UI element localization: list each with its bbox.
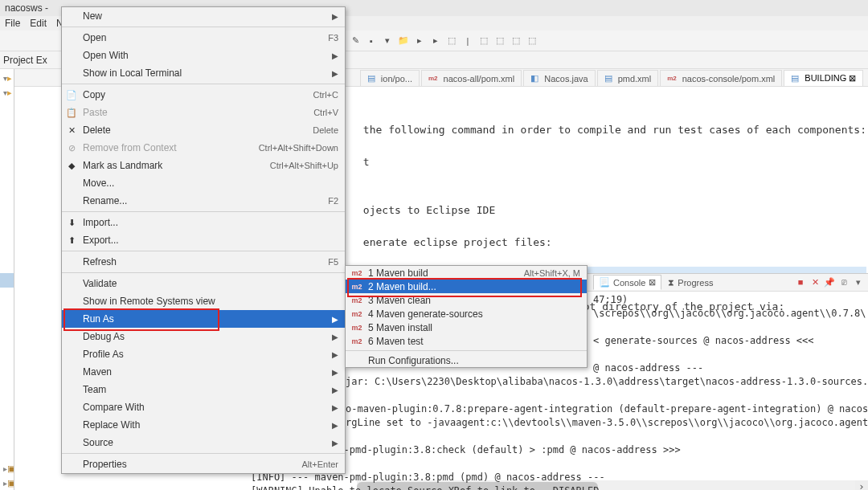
menu-label: Show in Local Terminal: [83, 67, 338, 79]
tree-item-pom.xml[interactable]: ▤pom.xml: [0, 418, 14, 432]
tree-item-nacos-api[interactable]: ▸▣nacos-api: [0, 461, 14, 476]
tree-item-api[interactable]: ▸▸api: [0, 114, 14, 129]
menu-item-profile-as[interactable]: Profile As▶: [62, 345, 345, 363]
menu-item-rename-[interactable]: Rename...F2: [62, 192, 345, 210]
submenu-item-1-maven-build[interactable]: m21 Maven buildAlt+Shift+X, M: [346, 266, 587, 280]
submenu-arrow-icon: ▶: [332, 51, 338, 60]
clear-icon[interactable]: ⎚: [837, 276, 850, 288]
menu-item-source[interactable]: Source▶: [62, 434, 345, 451]
submenu-item-6-maven-test[interactable]: m26 Maven test: [346, 334, 587, 348]
toolbar-icon[interactable]: |: [461, 35, 474, 47]
menu-item-new[interactable]: New▶: [62, 7, 345, 25]
menu-item-show-in-local-terminal[interactable]: Show in Local Terminal▶: [62, 64, 345, 82]
menu-icon: ✕: [65, 124, 78, 137]
tree-item-comr[interactable]: ▸▸comr: [0, 157, 14, 172]
editor-line: [363, 186, 866, 202]
tree-item-BUILI[interactable]: ▤BUILI: [0, 331, 14, 345]
tree-item-CON[interactable]: ▤CON: [0, 374, 14, 389]
toolbar-icon[interactable]: ⬚: [510, 35, 522, 47]
menu-item-run-as[interactable]: Run As▶: [62, 310, 345, 328]
toolbar-icon[interactable]: ⬚: [493, 35, 506, 47]
menu-item-move-[interactable]: Move...: [62, 174, 345, 192]
tree-item-confi[interactable]: ▸▸confi: [0, 172, 14, 186]
tree-item-CHA[interactable]: ▤CHA: [0, 345, 14, 360]
toolbar-icon[interactable]: ▪: [365, 35, 378, 47]
menu-item-mark-as-landmark[interactable]: ◆Mark as LandmarkCtrl+Alt+Shift+Up: [62, 157, 345, 174]
submenu-arrow-icon: ▶: [332, 350, 338, 359]
tree-item-addre[interactable]: ▸▸addre: [0, 100, 14, 114]
pin-icon[interactable]: 📌: [823, 276, 836, 288]
menu-item-team[interactable]: Team▶: [62, 381, 345, 398]
menu-item-open[interactable]: OpenF3: [62, 29, 345, 47]
toolbar-icon[interactable]: ▸: [429, 35, 442, 47]
submenu-item-run-configurations-[interactable]: Run Configurations...: [346, 353, 587, 367]
tree-item-nacos-client[interactable]: ▸▣nacos-client: [0, 476, 14, 490]
menu-item-refresh[interactable]: RefreshF5: [62, 253, 345, 271]
editor-tab-pmd.xml[interactable]: pmd.xml: [597, 70, 659, 86]
editor-tab-Nacos.java[interactable]: Nacos.java: [523, 70, 595, 86]
menu-shortcut: F5: [328, 257, 338, 267]
tree-item-nami[interactable]: ▸▸nami: [0, 288, 14, 302]
menu-shortcut: Alt+Enter: [301, 459, 338, 469]
tree-item-conso[interactable]: ▸▸conso: [0, 201, 14, 215]
menu-item-properties[interactable]: PropertiesAlt+Enter: [62, 455, 345, 473]
tree-item-NOTI[interactable]: ▤NOTI: [0, 403, 14, 418]
toolbar-icon[interactable]: ▸: [413, 35, 426, 47]
toolbar-icon[interactable]: ✎: [349, 35, 362, 47]
editor-tab-nacos-all/pom.xml[interactable]: nacos-all/pom.xml: [421, 70, 522, 86]
tree-item-style[interactable]: ▸▸style: [0, 302, 14, 316]
tree-item-nacos-a[interactable]: ▾▸nacos-a: [0, 85, 14, 100]
tree-item-client[interactable]: ▸▸client: [0, 129, 14, 143]
tree-item-cmdb[interactable]: ▸▸cmdb: [0, 143, 14, 157]
tree-item-REPORTING-BUGS.md[interactable]: ▤REPORTING-BUGS.md: [0, 447, 14, 461]
toolbar-icon[interactable]: 📁: [397, 35, 410, 47]
remove-icon[interactable]: ✕: [809, 276, 821, 288]
project-explorer[interactable]: ▾▸nacos-a▾▸nacos-a▸▸addre▸▸api▸▸client▸▸…: [0, 69, 14, 490]
tree-item-README.md[interactable]: ▤README.md: [0, 432, 14, 447]
editor-tab-BUILDING ⊠[interactable]: BUILDING ⊠: [784, 70, 863, 86]
toolbar-icon[interactable]: ⬚: [445, 35, 458, 47]
context-menu[interactable]: New▶OpenF3Open With▶Show in Local Termin…: [61, 6, 346, 474]
run-as-submenu[interactable]: m21 Maven buildAlt+Shift+X, Mm22 Maven b…: [345, 265, 588, 368]
submenu-item-4-maven-generate-sources[interactable]: m24 Maven generate-sources: [346, 307, 587, 321]
tree-item-doc[interactable]: ▸▸doc: [0, 244, 14, 259]
editor-tab-nacos-console/pom.xml[interactable]: nacos-console/pom.xml: [660, 70, 782, 86]
menu-label: Run As: [83, 313, 338, 325]
tree-item-consi[interactable]: ▸▸consi: [0, 186, 14, 201]
editor-line: [363, 170, 866, 186]
tree-item-istio[interactable]: ▸▸istio: [0, 273, 14, 288]
stop-icon[interactable]: ■: [794, 276, 807, 288]
tree-item-LICEI[interactable]: ▤LICEI: [0, 389, 14, 403]
tree-item-CODI[interactable]: ▤CODI: [0, 360, 14, 374]
tree-item-distri[interactable]: ▸▸distri: [0, 230, 14, 244]
menu-item-show-in-remote-systems-view[interactable]: Show in Remote Systems view: [62, 292, 345, 310]
folder-icon: ▣: [7, 463, 14, 474]
menu-item-debug-as[interactable]: Debug As▶: [62, 328, 345, 345]
tree-item-nacos-a[interactable]: ▾▸nacos-a: [0, 71, 14, 85]
menu-edit[interactable]: Edit: [27, 16, 50, 31]
tab-console[interactable]: 📃 Console ⊠: [593, 275, 661, 290]
menu-item-maven[interactable]: Maven▶: [62, 363, 345, 381]
menu-item-replace-with[interactable]: Replace With▶: [62, 416, 345, 434]
menu-item-import-[interactable]: ⬇Import...: [62, 214, 345, 231]
menu-item-compare-with[interactable]: Compare With▶: [62, 398, 345, 416]
menu-item-validate[interactable]: Validate: [62, 275, 345, 292]
options-icon[interactable]: ▾: [852, 276, 865, 288]
submenu-item-3-maven-clean[interactable]: m23 Maven clean: [346, 293, 587, 307]
tree-item-exam[interactable]: ▸▸exam: [0, 259, 14, 273]
toolbar-icon[interactable]: ⬚: [477, 35, 490, 47]
submenu-item-2-maven-build-[interactable]: m22 Maven build...: [346, 280, 587, 293]
tree-item-test[interactable]: ▸▸test: [0, 316, 14, 331]
menu-item-export-[interactable]: ⬆Export...: [62, 231, 345, 249]
menu-item-copy[interactable]: 📄CopyCtrl+C: [62, 86, 345, 104]
tree-item-core[interactable]: ▸▸core: [0, 215, 14, 230]
tab-progress[interactable]: ⧗ Progress: [663, 275, 718, 290]
menu-file[interactable]: File: [2, 16, 23, 31]
menu-item-delete[interactable]: ✕DeleteDelete: [62, 121, 345, 139]
toolbar-icon[interactable]: ⬚: [526, 35, 538, 47]
editor-tab-ion/po...[interactable]: ion/po...: [360, 70, 420, 86]
menu-item-open-with[interactable]: Open With▶: [62, 47, 345, 64]
toolbar-icon[interactable]: ▾: [381, 35, 394, 47]
submenu-item-5-maven-install[interactable]: m25 Maven install: [346, 321, 587, 334]
submenu-label: Run Configurations...: [368, 355, 580, 366]
